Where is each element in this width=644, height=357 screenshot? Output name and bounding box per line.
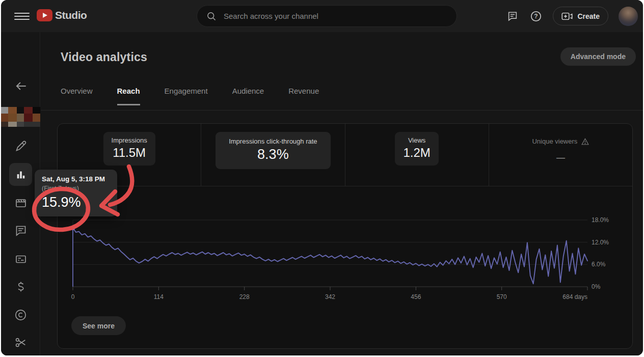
warning-triangle-icon bbox=[581, 138, 589, 145]
analytics-tabs: Overview Reach Engagement Audience Reven… bbox=[61, 87, 319, 105]
tab-overview[interactable]: Overview bbox=[61, 87, 93, 105]
tabs-divider bbox=[41, 110, 643, 111]
reach-card: Impressions 11.5M Impressions click-thro… bbox=[57, 123, 633, 349]
chart-tooltip: Sat, Aug 5, 3:18 PM (First 7 days) 15.9% bbox=[35, 170, 117, 216]
y-axis-tick-label: 0% bbox=[592, 283, 622, 290]
sidebar-item-details[interactable] bbox=[1, 140, 40, 152]
thumbnail-cell bbox=[17, 122, 24, 127]
video-thumbnail[interactable] bbox=[1, 107, 40, 127]
svg-text:?: ? bbox=[534, 13, 538, 20]
thumbnail-cell bbox=[8, 107, 17, 114]
metric-value: 8.3% bbox=[229, 147, 317, 162]
metric-label: Views bbox=[403, 136, 430, 144]
tab-engagement[interactable]: Engagement bbox=[165, 87, 208, 105]
thumbnail-cell bbox=[33, 114, 40, 122]
x-axis-tick-label: 0 bbox=[58, 293, 88, 300]
x-axis-tick-label: 684 days bbox=[544, 293, 587, 300]
x-axis-tick-label: 570 bbox=[487, 293, 517, 300]
page-title: Video analytics bbox=[61, 50, 147, 64]
ctr-line-chart[interactable]: 18.0%12.0%6.0%0%0114228342456570684 days bbox=[58, 186, 632, 348]
tab-reach[interactable]: Reach bbox=[117, 87, 140, 105]
metric-label: Impressions click-through rate bbox=[229, 138, 317, 145]
create-button[interactable]: Create bbox=[553, 7, 608, 25]
account-avatar[interactable] bbox=[619, 7, 638, 26]
tab-revenue[interactable]: Revenue bbox=[288, 87, 319, 105]
y-axis-tick-label: 12.0% bbox=[592, 239, 622, 246]
copyright-icon bbox=[14, 309, 27, 321]
tooltip-value: 15.9% bbox=[42, 195, 110, 210]
subtitles-icon bbox=[15, 253, 27, 265]
x-axis-tick-label: 114 bbox=[143, 293, 174, 300]
x-axis-tick-label: 228 bbox=[229, 293, 260, 300]
y-axis-tick-label: 6.0% bbox=[592, 261, 622, 268]
hamburger-menu-icon[interactable] bbox=[14, 11, 30, 22]
metric-value: 11.5M bbox=[112, 146, 147, 160]
top-bar: Studio Search across your channel ? Crea… bbox=[1, 0, 643, 32]
sidebar-item-trim[interactable] bbox=[1, 336, 40, 349]
thumbnail-cell bbox=[33, 107, 40, 114]
thumbnail-cell bbox=[8, 122, 17, 127]
y-axis-tick-label: 18.0% bbox=[592, 216, 622, 224]
create-video-icon bbox=[561, 12, 573, 21]
scissors-icon bbox=[14, 336, 27, 349]
sidebar-item-copyright[interactable] bbox=[1, 309, 40, 321]
thumbnail-cell bbox=[24, 114, 33, 122]
clapper-icon bbox=[15, 197, 27, 209]
thumbnail-cell bbox=[17, 114, 24, 122]
youtube-play-icon bbox=[37, 9, 52, 21]
dollar-icon bbox=[15, 281, 27, 293]
sidebar-item-analytics[interactable] bbox=[9, 163, 32, 186]
metric-value: — bbox=[532, 153, 589, 163]
search-input[interactable]: Search across your channel bbox=[197, 5, 457, 27]
advanced-mode-button[interactable]: Advanced mode bbox=[560, 47, 636, 66]
bar-chart-icon bbox=[15, 169, 26, 180]
metric-label: Unique viewers bbox=[532, 138, 577, 145]
comment-icon bbox=[15, 225, 27, 237]
metrics-row: Impressions 11.5M Impressions click-thro… bbox=[58, 124, 632, 186]
tooltip-period: (First 7 days) bbox=[42, 185, 110, 192]
thumbnail-cell bbox=[1, 114, 8, 122]
chart-plot bbox=[73, 220, 587, 291]
metric-views[interactable]: Views 1.2M bbox=[345, 124, 489, 186]
metric-unique-viewers[interactable]: Unique viewers — bbox=[489, 124, 632, 186]
feedback-icon[interactable] bbox=[506, 10, 519, 23]
sidebar-item-monetization[interactable] bbox=[1, 281, 40, 293]
sidebar-item-subtitles[interactable] bbox=[1, 253, 40, 265]
back-button[interactable] bbox=[1, 79, 40, 93]
thumbnail-cell bbox=[1, 107, 8, 114]
sidebar-item-comments[interactable] bbox=[1, 225, 40, 237]
create-label: Create bbox=[577, 12, 600, 20]
thumbnail-cell bbox=[17, 107, 24, 114]
youtube-studio-logo[interactable]: Studio bbox=[37, 9, 87, 21]
x-axis-tick-label: 456 bbox=[400, 293, 431, 300]
thumbnail-cell bbox=[1, 122, 8, 127]
see-more-button[interactable]: See more bbox=[71, 316, 126, 335]
metric-ctr[interactable]: Impressions click-through rate 8.3% bbox=[201, 124, 345, 186]
thumbnail-cell bbox=[24, 107, 33, 114]
main-content: Video analytics Advanced mode Overview R… bbox=[41, 32, 643, 355]
tooltip-date: Sat, Aug 5, 3:18 PM bbox=[42, 175, 110, 183]
search-icon bbox=[206, 11, 217, 21]
metric-value: 1.2M bbox=[403, 146, 430, 160]
x-axis-tick-label: 342 bbox=[315, 293, 345, 300]
pencil-icon bbox=[15, 140, 27, 152]
help-icon[interactable]: ? bbox=[529, 10, 543, 23]
back-arrow-icon bbox=[14, 79, 28, 93]
thumbnail-cell bbox=[8, 114, 17, 122]
metric-label: Impressions bbox=[112, 136, 147, 144]
search-placeholder: Search across your channel bbox=[224, 12, 318, 20]
thumbnail-cell bbox=[24, 122, 40, 127]
app-window: Studio Search across your channel ? Crea… bbox=[1, 0, 643, 355]
product-name: Studio bbox=[55, 9, 87, 21]
tab-audience[interactable]: Audience bbox=[232, 87, 264, 105]
